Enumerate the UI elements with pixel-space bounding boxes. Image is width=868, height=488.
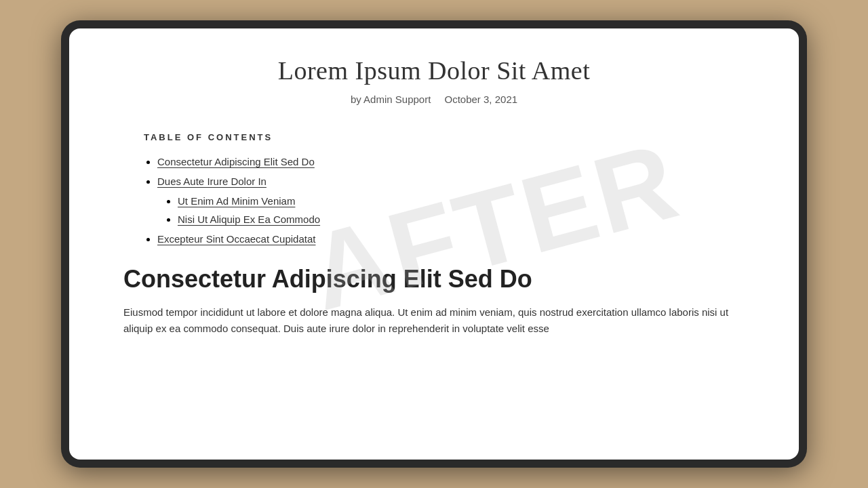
toc-sublist: Ut Enim Ad Minim Veniam Nisi Ut Aliquip … — [157, 195, 745, 225]
screen: AFTER Lorem Ipsum Dolor Sit Amet by Admi… — [69, 28, 799, 460]
author-label: by Admin Support — [351, 94, 431, 105]
toc-list: Consectetur Adipiscing Elit Sed Do Dues … — [144, 156, 745, 245]
toc-item-3: Excepteur Sint Occaecat Cupidatat — [157, 233, 745, 245]
toc-subitem-1: Ut Enim Ad Minim Veniam — [178, 195, 745, 207]
toc-subitem-2: Nisi Ut Aliquip Ex Ea Commodo — [178, 214, 745, 225]
section-1-heading: Consectetur Adipiscing Elit Sed Do — [123, 265, 745, 293]
monitor-frame: AFTER Lorem Ipsum Dolor Sit Amet by Admi… — [61, 20, 807, 468]
toc-link-1[interactable]: Consectetur Adipiscing Elit Sed Do — [157, 156, 315, 167]
section-1: Consectetur Adipiscing Elit Sed Do Eiusm… — [123, 265, 745, 337]
toc-heading: TABLE OF CONTENTS — [144, 132, 745, 142]
section-1-body: Eiusmod tempor incididunt ut labore et d… — [123, 304, 745, 337]
toc-sublink-1[interactable]: Ut Enim Ad Minim Veniam — [178, 195, 295, 207]
toc-item-2: Dues Aute Irure Dolor In Ut Enim Ad Mini… — [157, 176, 745, 225]
toc-link-3[interactable]: Excepteur Sint Occaecat Cupidatat — [157, 233, 315, 245]
article-meta: by Admin Support October 3, 2021 — [123, 94, 745, 105]
toc-sublink-2[interactable]: Nisi Ut Aliquip Ex Ea Commodo — [178, 214, 320, 225]
article-date: October 3, 2021 — [445, 94, 518, 105]
content-area: AFTER Lorem Ipsum Dolor Sit Amet by Admi… — [69, 28, 799, 460]
toc-item-1: Consectetur Adipiscing Elit Sed Do — [157, 156, 745, 167]
toc-link-2[interactable]: Dues Aute Irure Dolor In — [157, 176, 267, 187]
toc-section: TABLE OF CONTENTS Consectetur Adipiscing… — [123, 132, 745, 245]
article-title: Lorem Ipsum Dolor Sit Amet — [123, 56, 745, 85]
